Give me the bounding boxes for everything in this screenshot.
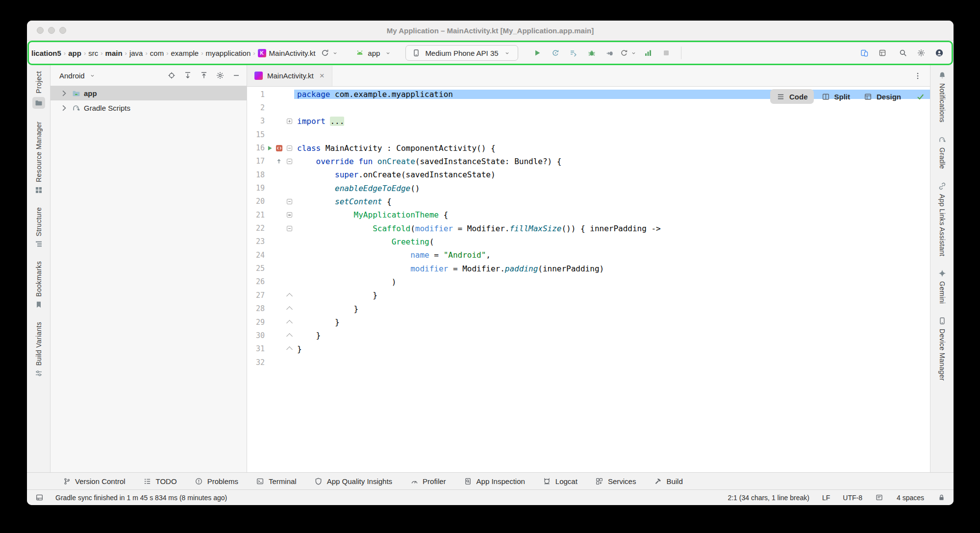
line-number[interactable]: 3	[247, 117, 265, 125]
stripe-item-project[interactable]: Project	[32, 71, 45, 109]
attach-debugger-button[interactable]	[602, 45, 618, 61]
line-number[interactable]: 28	[247, 304, 265, 313]
tool-window-toggle-icon[interactable]	[35, 493, 44, 502]
stop-button[interactable]	[658, 45, 675, 61]
lock-icon[interactable]	[937, 493, 946, 502]
fold-marker-icon[interactable]	[287, 119, 292, 124]
tool-window-button-app-quality-insights[interactable]: App Quality Insights	[314, 477, 392, 485]
stripe-item-resource-manager[interactable]: Resource Manager	[34, 121, 43, 194]
code-text[interactable]: import ...	[294, 117, 930, 126]
search-everywhere-button[interactable]	[895, 45, 911, 61]
line-number[interactable]: 16	[247, 144, 265, 152]
tool-window-button-todo[interactable]: TODO	[143, 477, 177, 485]
line-number[interactable]: 17	[247, 157, 265, 166]
tree-row-app[interactable]: app	[50, 86, 247, 100]
minimize-button[interactable]	[48, 27, 55, 34]
line-number[interactable]: 22	[247, 224, 265, 233]
tree-row-gradle-scripts[interactable]: Gradle Scripts	[50, 100, 247, 115]
stripe-item-device-manager[interactable]: Device Manager	[938, 316, 947, 381]
fold-marker-icon[interactable]	[287, 145, 292, 151]
code-text[interactable]: }	[294, 317, 930, 327]
editor-options-icon[interactable]	[913, 72, 930, 80]
line-number[interactable]: 31	[247, 344, 265, 353]
stripe-item-structure[interactable]: Structure	[34, 207, 43, 249]
code-text[interactable]: }	[294, 304, 930, 314]
apply-code-changes-button[interactable]	[565, 45, 582, 61]
stripe-item-gemini[interactable]: Gemini	[938, 269, 947, 304]
breadcrumb-item-main[interactable]: main	[104, 48, 124, 58]
device-selector[interactable]: Medium Phone API 35	[405, 45, 518, 61]
breadcrumb-item-app[interactable]: app	[67, 48, 83, 58]
fold-marker-icon[interactable]	[287, 212, 292, 218]
line-number[interactable]: 19	[247, 184, 265, 193]
fold-marker-icon[interactable]	[287, 226, 292, 231]
line-number[interactable]: 24	[247, 251, 265, 260]
fold-end-marker-icon[interactable]	[286, 293, 293, 299]
line-number[interactable]: 32	[247, 358, 265, 367]
code-area[interactable]: 1package com.example.myapplication23impo…	[247, 87, 930, 472]
code-text[interactable]: MyApplicationTheme {	[294, 210, 930, 219]
settings-button[interactable]	[913, 45, 930, 61]
stripe-item-build-variants[interactable]: Build Variants	[34, 322, 43, 378]
line-number[interactable]: 27	[247, 291, 265, 300]
close-button[interactable]	[37, 27, 44, 34]
fold-end-marker-icon[interactable]	[286, 333, 293, 339]
code-text[interactable]: Greeting(	[294, 237, 930, 246]
tool-window-button-app-inspection[interactable]: App Inspection	[464, 477, 525, 485]
run-button[interactable]	[529, 45, 546, 61]
line-separator[interactable]: LF	[822, 494, 830, 502]
hide-panel-button[interactable]	[232, 71, 241, 80]
status-widget-icon[interactable]	[875, 493, 884, 502]
code-text[interactable]: class MainActivity : ComponentActivity()…	[294, 144, 930, 153]
profile-avatar-button[interactable]	[931, 45, 948, 61]
breadcrumb-item-example[interactable]: example	[169, 48, 200, 58]
tab-mainactivity[interactable]: MainActivity.kt ×	[247, 66, 332, 86]
file-encoding[interactable]: UTF-8	[843, 494, 862, 502]
tool-window-button-version-control[interactable]: Version Control	[62, 477, 126, 485]
inspection-ok-icon[interactable]	[916, 92, 925, 101]
stripe-item-app-links-assistant[interactable]: App Links Assistant	[938, 182, 947, 256]
line-number[interactable]: 2	[247, 103, 265, 112]
collapse-all-button[interactable]	[200, 71, 208, 80]
indent-style[interactable]: 4 spaces	[897, 494, 924, 502]
line-number[interactable]: 15	[247, 130, 265, 139]
fold-marker-icon[interactable]	[287, 199, 292, 204]
tab-close-icon[interactable]: ×	[320, 72, 325, 80]
layout-inspector-button[interactable]	[874, 45, 891, 61]
breadcrumb-item-lication5[interactable]: lication5	[30, 48, 63, 58]
line-number[interactable]: 29	[247, 318, 265, 327]
project-view-selector[interactable]: Android	[59, 71, 97, 80]
profile-app-button[interactable]	[640, 45, 656, 61]
fold-end-marker-icon[interactable]	[286, 320, 293, 326]
caret-position[interactable]: 2:1 (34 chars, 1 line break)	[728, 494, 809, 502]
locate-file-button[interactable]	[167, 71, 176, 80]
expand-all-button[interactable]	[183, 71, 192, 80]
code-text[interactable]: enableEdgeToEdge()	[294, 184, 930, 193]
tool-window-button-services[interactable]: Services	[595, 477, 636, 485]
panel-options-button[interactable]	[216, 71, 225, 80]
running-devices-button[interactable]	[856, 45, 873, 61]
fold-end-marker-icon[interactable]	[286, 346, 293, 353]
code-text[interactable]: )	[294, 277, 930, 287]
view-mode-design[interactable]: Design	[857, 89, 907, 104]
fold-marker-icon[interactable]	[287, 159, 292, 164]
stripe-item-notifications[interactable]: Notifications	[938, 71, 947, 122]
debug-button[interactable]	[583, 45, 600, 61]
tool-window-button-build[interactable]: Build	[653, 477, 682, 485]
sync-button[interactable]	[321, 45, 339, 61]
line-number[interactable]: 26	[247, 277, 265, 286]
line-number[interactable]: 25	[247, 264, 265, 273]
fold-end-marker-icon[interactable]	[286, 306, 293, 313]
line-number[interactable]: 21	[247, 211, 265, 219]
view-mode-code[interactable]: Code	[770, 89, 814, 104]
tool-window-button-profiler[interactable]: Profiler	[410, 477, 446, 485]
breadcrumb-item-java[interactable]: java	[128, 48, 145, 58]
line-number[interactable]: 18	[247, 170, 265, 179]
code-text[interactable]: Scaffold(modifier = Modifier.fillMaxSize…	[294, 224, 930, 233]
line-number[interactable]: 20	[247, 197, 265, 206]
tool-window-button-terminal[interactable]: Terminal	[256, 477, 297, 485]
code-text[interactable]: super.onCreate(savedInstanceState)	[294, 170, 930, 179]
apply-changes-button[interactable]	[547, 45, 564, 61]
breadcrumb-item-src[interactable]: src	[87, 48, 100, 58]
run-config-selector[interactable]: app	[351, 46, 397, 60]
